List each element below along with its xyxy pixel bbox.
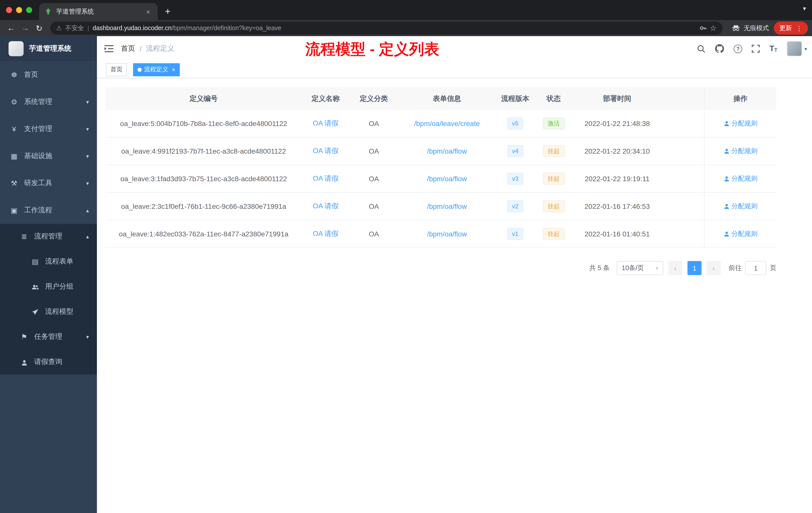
form-link[interactable]: /bpm/oa/flow	[427, 202, 467, 210]
tag-home[interactable]: 首页	[106, 63, 127, 76]
flag-icon: ⚑	[20, 333, 28, 341]
form-link[interactable]: /bpm/oa/leave/create	[414, 119, 480, 127]
definition-id: oa_leave:5:004b710b-7b8a-11ec-8ef0-acde4…	[106, 119, 301, 127]
definition-name-link[interactable]: OA 请假	[313, 147, 339, 155]
sidebar-item-task-management[interactable]: ⚑ 任务管理 ▾	[0, 324, 97, 350]
browser-update-button[interactable]: 更新 ⋮	[774, 22, 808, 35]
prev-page-button[interactable]: ‹	[668, 261, 683, 275]
help-icon[interactable]: ?	[734, 44, 742, 53]
tag-close-icon[interactable]: ×	[172, 66, 175, 73]
sidebar-item-process-management[interactable]: ≣ 流程管理 ▴	[0, 224, 97, 249]
navbar-actions: ? TT ▾	[697, 36, 807, 61]
paper-plane-icon	[31, 308, 39, 316]
font-size-icon[interactable]: TT	[769, 45, 777, 53]
version-badge: v5	[507, 117, 523, 129]
close-window-button[interactable]	[6, 7, 12, 13]
browser-menu-icon[interactable]: ⋮	[796, 24, 803, 32]
col-process-version: 流程版本	[496, 94, 534, 103]
list-icon: ≣	[20, 233, 28, 240]
user-group-icon	[31, 282, 39, 291]
col-form-info: 表单信息	[398, 94, 496, 103]
page-size-select[interactable]: 10条/页 ▾	[617, 261, 663, 275]
table-row: oa_leave:1:482ec033-762a-11ec-8477-a2380…	[106, 220, 776, 248]
browser-tab[interactable]: 芋道管理系统 ×	[39, 3, 158, 20]
fullscreen-icon[interactable]	[752, 45, 760, 53]
sidebar-logo[interactable]: 芋道管理系统	[0, 36, 97, 61]
server-icon: ▦	[10, 152, 18, 160]
sidebar-item-label: 工作流程	[24, 206, 52, 215]
github-icon[interactable]	[715, 44, 724, 53]
new-tab-button[interactable]: +	[161, 4, 175, 19]
assign-rule-link[interactable]: 分配规则	[723, 202, 757, 211]
address-bar[interactable]: ⚠ 不安全 | dashboard.yudao.iocoder.cn/bpm/m…	[50, 22, 723, 35]
version-badge: v3	[507, 173, 523, 185]
definition-name-link[interactable]: OA 请假	[313, 174, 339, 182]
sidebar-item-process-form[interactable]: ▤ 流程表单	[0, 249, 97, 274]
forward-button[interactable]: →	[18, 21, 32, 35]
definition-category: OA	[350, 230, 398, 238]
password-key-icon[interactable]	[699, 25, 706, 32]
workflow-submenu: ≣ 流程管理 ▴ ▤ 流程表单 用户分组	[0, 224, 97, 374]
person-icon	[20, 358, 28, 366]
page-number-button[interactable]: 1	[688, 261, 701, 275]
sidebar-item-system-management[interactable]: ⚙ 系统管理 ▾	[0, 88, 97, 116]
bookmark-star-icon[interactable]: ☆	[710, 24, 717, 33]
tab-close-icon[interactable]: ×	[144, 7, 153, 16]
sidebar-collapse-icon[interactable]	[97, 45, 121, 53]
form-link[interactable]: /bpm/oa/flow	[427, 175, 467, 183]
goto-label: 前往	[729, 264, 742, 273]
breadcrumb-home[interactable]: 首页	[121, 44, 135, 53]
site-favicon-icon	[44, 7, 52, 16]
breadcrumb-separator: /	[140, 45, 142, 53]
definition-category: OA	[350, 175, 398, 183]
tag-process-definition[interactable]: 流程定义 ×	[133, 63, 180, 76]
assign-rule-link[interactable]: 分配规则	[723, 230, 757, 238]
user-menu[interactable]: ▾	[787, 41, 807, 56]
definition-name-link[interactable]: OA 请假	[313, 202, 339, 210]
sidebar-item-home[interactable]: ☸ 首页	[0, 61, 97, 88]
col-status: 状态	[534, 94, 573, 103]
url-path: /bpm/manager/definition?key=oa_leave	[172, 25, 281, 32]
definition-name-link[interactable]: OA 请假	[313, 119, 339, 127]
incognito-badge: 无痕模式	[732, 24, 769, 32]
assign-rule-link[interactable]: 分配规则	[723, 119, 757, 128]
sidebar-item-user-group[interactable]: 用户分组	[0, 274, 97, 299]
reload-button[interactable]: ↻	[32, 21, 46, 35]
chevron-down-icon: ▾	[86, 180, 89, 186]
zoom-window-button[interactable]	[26, 7, 32, 13]
sidebar-item-process-model[interactable]: 流程模型	[0, 299, 97, 324]
tab-search-icon[interactable]: ▾	[803, 5, 806, 12]
back-button[interactable]: ←	[4, 21, 18, 35]
avatar	[787, 41, 802, 56]
goto-page-input[interactable]	[745, 261, 766, 275]
sidebar-item-leave-query[interactable]: 请假查询	[0, 350, 97, 374]
next-page-button[interactable]: ›	[706, 261, 721, 275]
assign-rule-link[interactable]: 分配规则	[723, 174, 757, 183]
form-link[interactable]: /bpm/oa/flow	[427, 147, 467, 155]
incognito-icon	[732, 25, 740, 32]
assign-rule-link[interactable]: 分配规则	[723, 147, 757, 156]
sidebar-item-payment-management[interactable]: ¥ 支付管理 ▾	[0, 116, 97, 143]
definition-id: oa_leave:1:482ec033-762a-11ec-8477-a2380…	[106, 230, 301, 238]
workflow-icon: ▣	[10, 206, 18, 214]
form-link[interactable]: /bpm/oa/flow	[427, 230, 467, 238]
sidebar-item-label: 用户分组	[45, 282, 73, 291]
dashboard-icon: ☸	[10, 71, 18, 79]
user-icon	[723, 203, 729, 209]
macos-traffic-lights	[0, 0, 39, 20]
definition-name-link[interactable]: OA 请假	[313, 230, 339, 237]
minimize-window-button[interactable]	[16, 7, 22, 13]
tags-view: 首页 流程定义 ×	[97, 61, 812, 78]
breadcrumb: 首页 / 流程定义	[121, 44, 174, 53]
col-definition-id: 定义编号	[106, 94, 301, 103]
sidebar-item-infrastructure[interactable]: ▦ 基础设施 ▾	[0, 143, 97, 170]
sidebar-item-label: 研发工具	[24, 179, 52, 188]
tools-icon: ⚒	[10, 179, 18, 187]
search-icon[interactable]	[697, 44, 705, 53]
user-icon	[723, 231, 729, 237]
sidebar-item-dev-tools[interactable]: ⚒ 研发工具 ▾	[0, 170, 97, 197]
sidebar-item-workflow[interactable]: ▣ 工作流程 ▴	[0, 197, 97, 224]
definition-category: OA	[350, 202, 398, 210]
goto-unit: 页	[770, 264, 776, 273]
status-badge: 挂起	[543, 145, 565, 157]
